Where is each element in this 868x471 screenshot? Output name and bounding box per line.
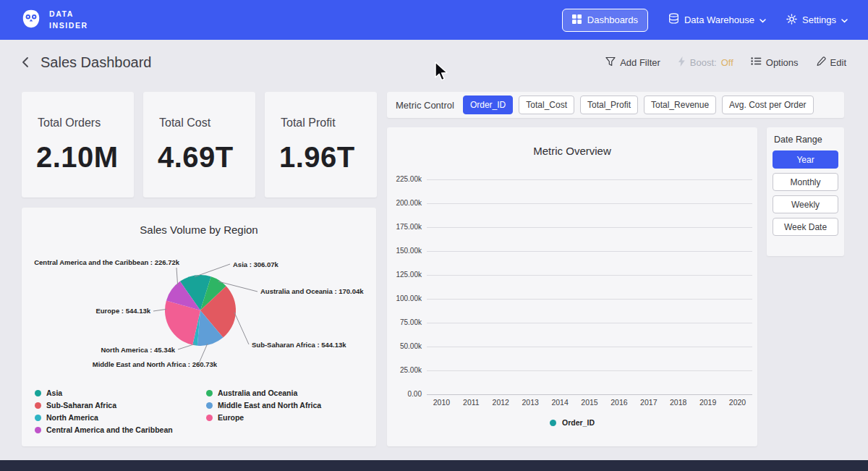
pie-legend-col-1: Asia Sub-Saharan Africa North America Ce… <box>35 389 206 434</box>
legend-label: Central America and the Caribbean <box>46 425 173 434</box>
nav-dashboards-label: Dashboards <box>587 14 638 25</box>
legend-label: Middle East and North Africa <box>218 401 321 410</box>
pie-legend-item[interactable]: Sub-Saharan Africa <box>35 401 206 410</box>
y-tick-label: 175.00k <box>387 223 422 231</box>
nav-right: Dashboards Data Warehouse <box>562 9 848 32</box>
pie-label-line <box>195 264 230 277</box>
pencil-icon <box>816 56 826 69</box>
y-tick-label: 100.00k <box>387 294 422 302</box>
metric-button-avg-cost-per-order[interactable]: Avg. Cost per Order <box>722 96 814 114</box>
pie-label: Central America and the Caribbean : 226.… <box>34 258 180 266</box>
page-header: Sales Dashboard Add Filter Boost:Off <box>0 40 868 85</box>
x-tick-label: 2016 <box>604 398 634 407</box>
x-tick-label: 2011 <box>456 398 486 407</box>
kpi-label: Total Orders <box>38 116 134 130</box>
pie-chart-title: Sales Volume by Region <box>22 224 376 236</box>
nav-settings[interactable]: Settings <box>786 14 848 27</box>
kpi-card-total-cost: Total Cost 4.69T <box>143 92 255 198</box>
bar-chart-x-axis: 2010201120122013201420152016201720182019… <box>427 398 752 407</box>
page: DATA INSIDER Dashboards <box>0 0 868 471</box>
boost-state: Off <box>721 57 733 68</box>
nav-settings-label: Settings <box>802 14 836 25</box>
back-button[interactable] <box>22 56 29 68</box>
x-tick-label: 2014 <box>545 398 575 407</box>
options-button[interactable]: Options <box>751 56 799 68</box>
bar-chart-y-axis: 0.0025.00k50.00k75.00k100.00k125.00k150.… <box>387 179 422 394</box>
pie-label: Middle East and North Africa : 260.73k <box>93 360 218 368</box>
date-range-week-date-button[interactable]: Week Date <box>773 218 838 236</box>
nav-data-warehouse-label: Data Warehouse <box>684 14 754 25</box>
y-tick-label: 125.00k <box>387 271 422 279</box>
gridline <box>427 394 752 395</box>
bar-chart-legend[interactable]: Order_ID <box>387 418 757 427</box>
edit-button[interactable]: Edit <box>816 56 846 69</box>
date-range-year-button[interactable]: Year <box>773 150 838 169</box>
pie-legend-item[interactable]: Middle East and North Africa <box>206 401 321 410</box>
pie-legend-col-2: Australia and Oceania Middle East and No… <box>206 389 321 434</box>
kpi-value: 1.96T <box>279 141 377 174</box>
edit-label: Edit <box>830 57 846 68</box>
pie-legend-item[interactable]: Australia and Oceania <box>206 389 321 397</box>
chevron-down-icon <box>760 14 766 25</box>
nav-data-warehouse[interactable]: Data Warehouse <box>668 13 766 27</box>
legend-dot <box>206 390 213 396</box>
legend-dot <box>206 415 213 421</box>
pie-legend-item[interactable]: Central America and the Caribbean <box>35 425 206 434</box>
database-icon <box>668 13 679 27</box>
list-icon <box>751 56 762 68</box>
pie-label-line <box>234 313 249 345</box>
date-range-weekly-button[interactable]: Weekly <box>773 195 838 213</box>
date-range-monthly-button[interactable]: Monthly <box>773 173 838 191</box>
legend-dot <box>206 402 213 409</box>
page-title: Sales Dashboard <box>41 54 151 71</box>
x-tick-label: 2017 <box>634 398 663 407</box>
x-tick-label: 2013 <box>516 398 545 407</box>
pie-label: Australia and Oceania : 170.04k <box>260 287 364 295</box>
gear-icon <box>786 14 797 27</box>
pie-label: Asia : 306.07k <box>233 260 279 268</box>
bar-chart-bars <box>427 179 752 394</box>
pie-label: Sub-Saharan Africa : 544.13k <box>252 341 346 349</box>
pie-legend-item[interactable]: Europe <box>206 413 321 422</box>
metric-control-label: Metric Control <box>396 100 454 111</box>
metric-button-total-profit[interactable]: Total_Profit <box>580 96 638 114</box>
logo-owl-icon <box>20 8 42 33</box>
top-nav: DATA INSIDER Dashboards <box>0 0 868 40</box>
kpi-value: 4.69T <box>158 141 255 174</box>
y-tick-label: 25.00k <box>387 366 422 374</box>
legend-label: Asia <box>46 389 62 397</box>
dashboards-grid-icon <box>572 14 582 26</box>
pie-label-line <box>176 268 178 285</box>
kpi-label: Total Cost <box>159 116 255 130</box>
x-tick-label: 2010 <box>427 398 456 407</box>
y-tick-label: 50.00k <box>387 342 422 350</box>
add-filter-button[interactable]: Add Filter <box>605 56 660 69</box>
options-label: Options <box>766 57 799 68</box>
metric-overview-card: Metric Overview 0.0025.00k50.00k75.00k10… <box>387 127 757 446</box>
pie-legend-item[interactable]: North America <box>35 413 206 422</box>
legend-label: Australia and Oceania <box>218 389 297 397</box>
sales-volume-card: Sales Volume by Region Asia : 306.07kAus… <box>22 208 376 446</box>
date-range-label: Date Range <box>774 135 838 145</box>
pie-legend-item[interactable]: Asia <box>35 389 206 397</box>
metric-button-order-id[interactable]: Order_ID <box>463 96 513 114</box>
pie-label: North America : 45.34k <box>101 346 175 354</box>
bar-chart-title: Metric Overview <box>387 145 757 157</box>
x-tick-label: 2012 <box>486 398 516 407</box>
kpi-card-total-profit: Total Profit 1.96T <box>265 92 377 198</box>
legend-dot <box>35 390 41 396</box>
nav-dashboards-button[interactable]: Dashboards <box>562 9 648 32</box>
bolt-icon <box>678 56 686 69</box>
legend-label: Europe <box>218 413 244 422</box>
chevron-down-icon <box>841 14 848 25</box>
boost-toggle[interactable]: Boost:Off <box>678 56 733 69</box>
kpi-card-total-orders: Total Orders 2.10M <box>22 92 134 198</box>
brand-line1: DATA <box>49 9 88 20</box>
add-filter-label: Add Filter <box>620 57 660 68</box>
y-tick-label: 75.00k <box>387 318 422 326</box>
y-tick-label: 225.00k <box>387 175 422 183</box>
metric-button-total-revenue[interactable]: Total_Revenue <box>644 96 716 114</box>
metric-button-total-cost[interactable]: Total_Cost <box>519 96 574 114</box>
x-tick-label: 2020 <box>723 398 752 407</box>
brand[interactable]: DATA INSIDER <box>20 8 88 33</box>
